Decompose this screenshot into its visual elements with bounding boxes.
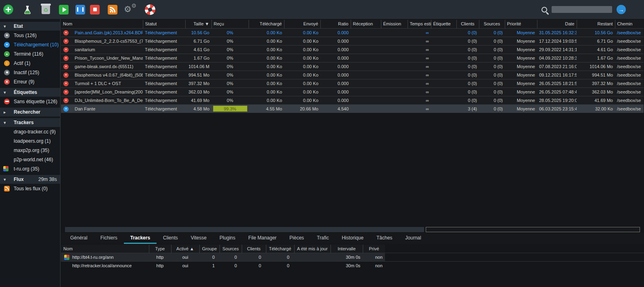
col-temps-estime[interactable]: Temps esti [408, 20, 431, 28]
torrent-row[interactable]: game-bleak.sword.dx-(65511) Téléchargeme… [61, 62, 644, 71]
cell-sources: 0 (0) [479, 104, 505, 113]
col-etiquette[interactable]: Étiquette [431, 20, 456, 28]
flask-icon[interactable] [22, 4, 33, 15]
col-ratio[interactable]: Ratio [320, 20, 351, 28]
cell-clients: 0 [242, 261, 266, 270]
torrent-name: Prison_Tycoon_Under_New_Mana [75, 56, 143, 60]
col-nom[interactable]: Nom [61, 20, 143, 28]
cell-intervalle: 30m 0s [330, 253, 363, 261]
cell-restant: 10.56 Go [577, 28, 615, 37]
cell-date: 31.05.2025 16:32:3 [537, 28, 577, 37]
cell-statut: Téléchargement [143, 54, 185, 62]
search-submit-arrow-icon[interactable]: → [617, 5, 626, 14]
sidebar-item-tous-les-flux[interactable]: Tous les flux (0) [0, 184, 60, 193]
col-tracker-sources[interactable]: Sources [220, 245, 242, 253]
tab-vitesse[interactable]: Vitesse [184, 233, 213, 244]
tracker-row[interactable]: http://retracker.local/announce http oui… [61, 261, 644, 270]
scrollbar-track[interactable] [426, 227, 640, 232]
col-taille-sorted[interactable]: Taille ▼ [185, 20, 211, 28]
cell-clients: 0 [242, 253, 266, 261]
tab-historique[interactable]: Historique [335, 233, 370, 244]
cell-ratio: 0.000 [320, 79, 351, 87]
col-clients[interactable]: Clients [456, 20, 479, 28]
cell-chemin: /seedbox/se [615, 62, 644, 71]
col-envoye[interactable]: Envoyé [284, 20, 320, 28]
torrent-row[interactable]: Blasphemous_2_2.2.0-cs57553_(78 Téléchar… [61, 37, 644, 45]
tab-fichiers[interactable]: Fichiers [94, 233, 124, 244]
sidebar-item-actif[interactable]: Actif (1) [0, 58, 60, 68]
col-tracker-nom[interactable]: Nom [61, 245, 149, 253]
tab-pieces[interactable]: Pièces [283, 233, 310, 244]
col-date[interactable]: Date [537, 20, 577, 28]
inactive-icon [4, 70, 10, 75]
chevron-right-icon [4, 109, 8, 115]
sidebar-item-termine[interactable]: Terminé (116) [0, 49, 60, 58]
col-tracker-clients[interactable]: Clients [242, 245, 266, 253]
sidebar-item-p2p-world[interactable]: p2p-world.net (46) [0, 155, 60, 164]
col-tracker-groupe[interactable]: Groupe [199, 245, 220, 253]
col-recu[interactable]: Reçu [211, 20, 249, 28]
sidebar-item-loadpeers[interactable]: loadpeers.org (1) [0, 136, 60, 146]
sidebar-item-tous[interactable]: Tous (126) [0, 31, 60, 40]
cell-statut: Téléchargement [143, 79, 185, 87]
tab-journal[interactable]: Journal [399, 233, 427, 244]
section-rechercher[interactable]: Rechercher [0, 108, 60, 116]
torrent-row[interactable]: Blasphemous v4.0.67_(64bit)_(508 Télécha… [61, 71, 644, 79]
torrent-row[interactable]: sanitarium Téléchargement 4.61 Go 0% 0.0… [61, 45, 644, 54]
col-tracker-prive[interactable]: Privé [363, 245, 385, 253]
sidebar-item-drago-tracker[interactable]: drago-tracker.cc (9) [0, 127, 60, 136]
section-etat[interactable]: Etat [0, 22, 60, 31]
torrent-row[interactable]: Pain.and.Gain.(pk).2013.x264.BDRi Téléch… [61, 28, 644, 37]
torrent-row[interactable]: Dan Fante Téléchargement 4.58 Mo 99.3% 4… [61, 104, 644, 113]
col-statut[interactable]: Statut [143, 20, 185, 28]
tab-general[interactable]: Général [64, 233, 94, 244]
cell-emission [381, 71, 408, 79]
col-reception[interactable]: Réception [351, 20, 381, 28]
search-input[interactable] [552, 6, 612, 13]
col-telecharge[interactable]: Téléchargé [249, 20, 284, 28]
sidebar-item-t-ru[interactable]: t-ru.org (35) [0, 164, 60, 173]
col-priorite[interactable]: Priorité [505, 20, 537, 28]
tab-trackers[interactable]: Trackers [124, 233, 157, 244]
scrollbar-thumb[interactable] [65, 227, 424, 232]
tab-taches[interactable]: Tâches [370, 233, 399, 244]
col-tracker-telecharge[interactable]: Téléchargé [266, 245, 294, 253]
torrent-row[interactable]: DJs_Unlimited-Born_To_Be_A_De Télécharge… [61, 96, 644, 104]
tab-file-manager[interactable]: File Manager [242, 233, 283, 244]
section-trackers[interactable]: Trackers [0, 118, 60, 127]
torrent-row[interactable]: Turmoil + 1 DLC + OST Téléchargement 397… [61, 79, 644, 87]
rss-icon[interactable] [108, 5, 117, 15]
sidebar-item-sans-etiquette[interactable]: Sans étiquette (126) [0, 97, 60, 106]
col-restant[interactable]: Restant [577, 20, 615, 28]
settings-gears-icon[interactable] [124, 4, 137, 15]
cell-taille: 4.61 Go [185, 45, 211, 54]
sidebar-item-maxp2p[interactable]: maxp2p.org (35) [0, 146, 60, 155]
col-sources[interactable]: Sources [479, 20, 505, 28]
col-tracker-intervalle[interactable]: Intervalle [330, 245, 363, 253]
col-tracker-type[interactable]: Type [149, 245, 171, 253]
section-etiquettes[interactable]: Étiquettes [0, 88, 60, 97]
torrent-row[interactable]: [apreder]MM_Loon_Dreaming(200 Télécharge… [61, 87, 644, 96]
pause-icon[interactable] [75, 5, 85, 15]
tab-plugins[interactable]: Plugins [213, 233, 242, 244]
col-emission[interactable]: Émission [381, 20, 408, 28]
col-chemin[interactable]: Chemin [615, 20, 644, 28]
tracker-row[interactable]: http://bt4.t-ru.org/ann http oui 0 0 0 0… [61, 253, 644, 261]
col-tracker-active-sorted[interactable]: Activé ▲ [171, 245, 199, 253]
sidebar-item-erreur[interactable]: Erreur (9) [0, 77, 60, 86]
trash-recycle-icon[interactable] [42, 5, 50, 14]
sidebar-item-telechargement[interactable]: Téléchargement (10) [0, 40, 60, 49]
help-lifebuoy-icon[interactable] [145, 4, 155, 15]
torrent-row[interactable]: Prison_Tycoon_Under_New_Mana Téléchargem… [61, 54, 644, 62]
tab-trafic[interactable]: Trafic [310, 233, 335, 244]
add-torrent-icon[interactable] [3, 4, 13, 15]
play-icon[interactable] [59, 5, 69, 15]
sidebar-item-inactif[interactable]: Inactif (125) [0, 68, 60, 77]
stop-icon[interactable] [90, 5, 100, 15]
cell-priorite: Moyenne [505, 37, 537, 45]
section-flux[interactable]: Flux 29m 38s [0, 175, 60, 184]
cell-etiquette [431, 62, 456, 71]
active-icon [4, 60, 10, 66]
tab-clients[interactable]: Clients [157, 233, 184, 244]
col-tracker-maj[interactable]: A été mis à jour [294, 245, 330, 253]
